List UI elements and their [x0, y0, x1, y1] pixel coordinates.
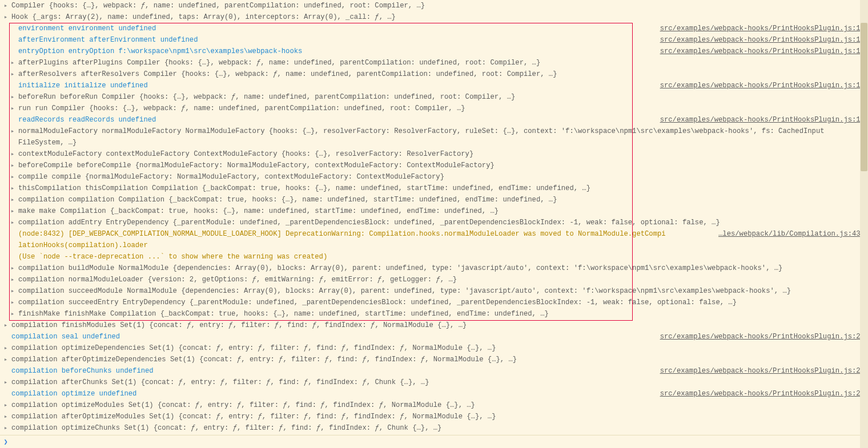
expand-arrow-icon[interactable]: ▸ [0, 422, 11, 434]
source-link[interactable]: src/examples/webpack-hooks/PrintHooksPlu… [660, 114, 868, 126]
source-link[interactable]: src/examples/webpack-hooks/PrintHooksPlu… [660, 34, 868, 46]
console-row: ▸Compiler {hooks: {…}, webpack: ƒ, name:… [0, 0, 868, 11]
source-link[interactable]: src/examples/webpack-hooks/PrintHooksPlu… [660, 23, 868, 34]
log-message: compilation succeedModule NormalModule {… [18, 285, 868, 297]
console-row: ▸make make Compilation {_backCompat: tru… [0, 205, 868, 217]
console-row: ▸Hook {_args: Array(2), name: undefined,… [0, 11, 868, 23]
console-row: (Use `node --trace-deprecation ...` to s… [0, 251, 868, 263]
expand-arrow-icon[interactable]: ▸ [7, 297, 18, 308]
log-message: compilation optimize undefined [11, 388, 660, 399]
log-message: (node:8432) [DEP_WEBPACK_COMPILATION_NOR… [18, 228, 718, 240]
console-row: ▸beforeCompile beforeCompile {normalModu… [0, 160, 868, 171]
expand-arrow-icon[interactable]: ▸ [7, 171, 18, 183]
expand-arrow-icon[interactable]: ▸ [7, 285, 18, 297]
expand-arrow-icon[interactable]: ▸ [0, 342, 11, 354]
console-row: ▸thisCompilation thisCompilation Compila… [0, 183, 868, 194]
console-row: ▸compilation addEntry EntryDependency {_… [0, 217, 868, 228]
source-link[interactable]: src/examples/webpack-hooks/PrintHooksPlu… [660, 365, 868, 377]
console-row: ▸compilation optimizeModules Set(1) {con… [0, 399, 868, 411]
log-message: compilation seal undefined [11, 331, 660, 342]
log-message: compilation succeedEntry EntryDependency… [18, 297, 868, 308]
expand-arrow-icon[interactable]: ▸ [7, 148, 18, 160]
expand-arrow-icon[interactable]: ▸ [0, 411, 11, 422]
expand-arrow-icon[interactable]: ▸ [7, 308, 18, 320]
log-message: compilation optimizeChunks Set(1) {conca… [11, 422, 868, 434]
expand-arrow-icon[interactable]: ▸ [7, 217, 18, 228]
prompt-chevron-icon: ❯ [0, 438, 11, 446]
console-prompt[interactable]: ❯ [0, 435, 860, 448]
console-row: ▸beforeRun beforeRun Compiler {hooks: {…… [0, 91, 868, 103]
source-link[interactable]: src/examples/webpack-hooks/PrintHooksPlu… [660, 80, 868, 91]
log-message: environment environment undefined [18, 23, 660, 34]
console-row: compilation beforeChunks undefinedsrc/ex… [0, 365, 868, 377]
console-row: initialize initialize undefinedsrc/examp… [0, 80, 868, 91]
source-link[interactable]: src/examples/webpack-hooks/PrintHooksPlu… [660, 46, 868, 57]
console-row: ▸finishMake finishMake Compilation {_bac… [0, 308, 868, 320]
console-row: ▸compilation afterChunks Set(1) {concat:… [0, 377, 868, 388]
expand-arrow-icon[interactable]: ▸ [0, 0, 11, 11]
log-message: normalModuleFactory normalModuleFactory … [18, 126, 868, 137]
log-message: afterEnvironment afterEnvironment undefi… [18, 34, 660, 46]
console-row: (node:8432) [DEP_WEBPACK_COMPILATION_NOR… [0, 228, 868, 240]
expand-arrow-icon[interactable]: ▸ [7, 103, 18, 114]
expand-arrow-icon[interactable]: ▸ [7, 126, 18, 137]
expand-arrow-icon[interactable]: ▸ [7, 205, 18, 217]
expand-arrow-icon[interactable]: ▸ [7, 91, 18, 103]
source-link[interactable]: src/examples/webpack-hooks/PrintHooksPlu… [660, 331, 868, 342]
expand-arrow-icon[interactable]: ▸ [7, 274, 18, 285]
log-message: compilation compilation Compilation {_ba… [18, 194, 868, 205]
vertical-scrollbar[interactable] [860, 0, 868, 448]
console-row: ▸afterPlugins afterPlugins Compiler {hoo… [0, 57, 868, 68]
log-message: Hook {_args: Array(2), name: undefined, … [11, 11, 868, 23]
expand-arrow-icon[interactable]: ▸ [7, 194, 18, 205]
log-message: contextModuleFactory contextModuleFactor… [18, 148, 868, 160]
console-row: ▸compilation normalModuleLoader {version… [0, 274, 868, 285]
expand-arrow-icon[interactable]: ▸ [7, 160, 18, 171]
expand-arrow-icon[interactable]: ▸ [0, 354, 11, 365]
console-row: environment environment undefinedsrc/exa… [0, 23, 868, 34]
console-row: entryOption entryOption f:\workspace\npm… [0, 46, 868, 57]
log-message: (Use `node --trace-deprecation ...` to s… [18, 251, 868, 263]
source-link[interactable]: src/examples/webpack-hooks/PrintHooksPlu… [660, 388, 868, 399]
expand-arrow-icon[interactable]: ▸ [0, 399, 11, 411]
console-row: ▸compilation optimizeChunks Set(1) {conc… [0, 422, 868, 434]
console-row: ▸compilation optimizeDependencies Set(1)… [0, 342, 868, 354]
console-row: ▸compilation succeedModule NormalModule … [0, 285, 868, 297]
console-row: ▸compile compile {normalModuleFactory: N… [0, 171, 868, 183]
console-row: ▸compilation afterOptimizeDependencies S… [0, 354, 868, 365]
log-message: compile compile {normalModuleFactory: No… [18, 171, 868, 183]
scrollbar-thumb[interactable] [861, 23, 867, 171]
expand-arrow-icon[interactable]: ▸ [7, 183, 18, 194]
devtools-console: ▸Compiler {hooks: {…}, webpack: ƒ, name:… [0, 0, 868, 448]
log-message: compilation optimizeDependencies Set(1) … [11, 342, 868, 354]
log-message: lationHooks(compilation).loader [18, 240, 868, 251]
console-row: readRecords readRecords undefinedsrc/exa… [0, 114, 868, 126]
expand-arrow-icon[interactable]: ▸ [7, 68, 18, 80]
console-row: ▸compilation compilation Compilation {_b… [0, 194, 868, 205]
log-message: compilation afterChunks Set(1) {concat: … [11, 377, 868, 388]
log-message: compilation normalModuleLoader {version:… [18, 274, 868, 285]
source-link[interactable]: …les/webpack/lib/Compilation.js:436 [718, 228, 868, 240]
console-row: compilation optimize undefinedsrc/exampl… [0, 388, 868, 399]
log-message: beforeCompile beforeCompile {normalModul… [18, 160, 868, 171]
expand-arrow-icon[interactable]: ▸ [0, 377, 11, 388]
console-row: ▸compilation buildModule NormalModule {d… [0, 263, 868, 274]
expand-arrow-icon[interactable]: ▸ [7, 57, 18, 68]
log-message: beforeRun beforeRun Compiler {hooks: {…}… [18, 91, 868, 103]
console-row: afterEnvironment afterEnvironment undefi… [0, 34, 868, 46]
console-row: ▸compilation afterOptimizeModules Set(1)… [0, 411, 868, 422]
log-message: compilation addEntry EntryDependency {_p… [18, 217, 868, 228]
log-message: finishMake finishMake Compilation {_back… [18, 308, 868, 320]
log-message: make make Compilation {_backCompat: true… [18, 205, 868, 217]
log-message: entryOption entryOption f:\workspace\npm… [18, 46, 660, 57]
log-message: afterResolvers afterResolvers Compiler {… [18, 68, 868, 80]
log-message: thisCompilation thisCompilation Compilat… [18, 183, 868, 194]
expand-arrow-icon[interactable]: ▸ [0, 320, 11, 331]
expand-arrow-icon[interactable]: ▸ [0, 11, 11, 23]
console-row: ▸normalModuleFactory normalModuleFactory… [0, 126, 868, 137]
console-row: FileSystem, …} [0, 137, 868, 148]
expand-arrow-icon[interactable]: ▸ [7, 263, 18, 274]
log-message: compilation afterOptimizeDependencies Se… [11, 354, 868, 365]
log-message: afterPlugins afterPlugins Compiler {hook… [18, 57, 868, 68]
log-message: run run Compiler {hooks: {…}, webpack: ƒ… [18, 103, 868, 114]
